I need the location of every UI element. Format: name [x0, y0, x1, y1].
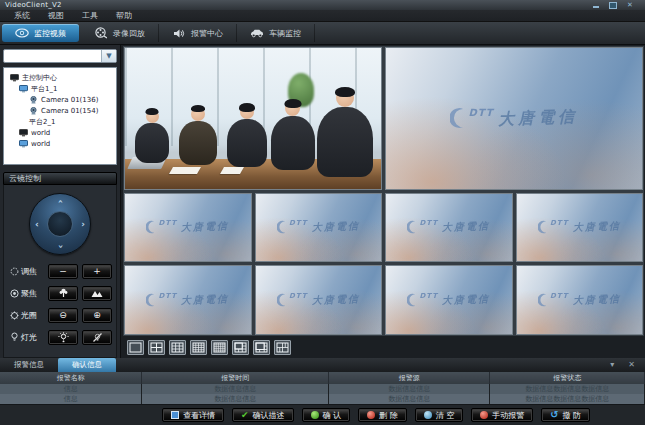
- light-on-button[interactable]: [48, 330, 78, 345]
- layout-1plus7-icon: [255, 342, 268, 353]
- tree-item-camera-154[interactable]: Camera 01(154): [6, 105, 114, 116]
- tree-item-camera-136[interactable]: Camera 01(136): [6, 94, 114, 105]
- close-panel-icon[interactable]: ✕: [628, 361, 635, 369]
- layout-6-button[interactable]: [274, 340, 291, 355]
- view-details-button[interactable]: 查看详情: [162, 408, 224, 422]
- layout-25-button[interactable]: [211, 340, 228, 355]
- crescent-icon: [407, 293, 417, 307]
- tab-playback[interactable]: 录像回放: [81, 24, 159, 42]
- cell-alarm-time: 数据信息信息: [142, 384, 329, 394]
- cell-alarm-name: 信息: [0, 384, 142, 394]
- ptz-panel-title: 云镜控制: [9, 173, 41, 184]
- tab-alarm-center[interactable]: 报警中心: [159, 24, 237, 42]
- video-tile-live[interactable]: [124, 47, 382, 190]
- focus-near-icon: [59, 288, 68, 298]
- video-tile[interactable]: DTT 大唐電信: [385, 265, 513, 335]
- tab-alarm-info[interactable]: 报警信息: [0, 358, 58, 372]
- maximize-icon[interactable]: [609, 2, 617, 9]
- layout-16-button[interactable]: [190, 340, 207, 355]
- menu-system[interactable]: 系统: [6, 10, 38, 21]
- confirm-button[interactable]: 确 认: [302, 408, 351, 422]
- layout-6-icon: [276, 342, 289, 353]
- minimize-icon[interactable]: [592, 2, 600, 9]
- pan-right-icon[interactable]: ›: [81, 220, 85, 229]
- ptz-panel: › › › › 调焦 − + 聚焦: [3, 185, 117, 358]
- datang-watermark: DTT 大唐電信: [125, 194, 251, 262]
- zoom-control-row: 调焦 − +: [10, 263, 112, 279]
- video-tile-logo[interactable]: DTT 大唐電信: [385, 47, 643, 190]
- pan-left-icon[interactable]: ›: [35, 220, 39, 229]
- light-off-icon: [92, 332, 103, 343]
- chevron-down-icon: ▼: [101, 50, 116, 62]
- manual-alarm-button[interactable]: 手动报警: [471, 408, 533, 422]
- layout-16-icon: [192, 342, 205, 353]
- focus-far-button[interactable]: [82, 286, 112, 301]
- titlebar: VideoClient_V2 ✕: [0, 0, 645, 10]
- video-tile[interactable]: DTT 大唐電信: [124, 193, 252, 263]
- video-tile[interactable]: DTT 大唐電信: [385, 193, 513, 263]
- layout-25-icon: [213, 342, 226, 353]
- focus-icon: [10, 289, 19, 298]
- iris-close-button[interactable]: ⊖: [48, 308, 78, 323]
- disarm-button[interactable]: ↺ 撤 防: [541, 408, 590, 422]
- cell-alarm-time: 数据信息信息: [142, 394, 329, 404]
- tree-item-label: world: [31, 140, 50, 148]
- focus-near-button[interactable]: [48, 286, 78, 301]
- tree-item-control-center[interactable]: 主控制中心: [6, 72, 114, 83]
- collapse-panel-icon[interactable]: ▾: [610, 361, 614, 369]
- menu-tools[interactable]: 工具: [74, 10, 106, 21]
- ptz-pad-center[interactable]: [47, 211, 73, 237]
- layout-1plus5-icon: [234, 342, 247, 353]
- video-tile[interactable]: DTT 大唐電信: [124, 265, 252, 335]
- col-alarm-name: 报警名称: [0, 372, 142, 384]
- menu-help[interactable]: 帮助: [108, 10, 140, 21]
- zoom-label: 调焦: [21, 266, 37, 277]
- alarm-table-row[interactable]: 信息 数据信息信息 数据信息信息 数据信息数据信息数据信息: [0, 394, 645, 404]
- layout-9-button[interactable]: [169, 340, 186, 355]
- person: [227, 105, 267, 167]
- layout-1-button[interactable]: [127, 340, 144, 355]
- tree-item-platform1[interactable]: 平台1_1: [6, 83, 114, 94]
- tree-item-label: 平台2_1: [29, 117, 55, 127]
- pan-up-icon[interactable]: ›: [56, 200, 65, 204]
- car-icon: [250, 28, 264, 39]
- tab-confirm-info[interactable]: 确认信息: [58, 358, 116, 372]
- tree-item-label: 主控制中心: [22, 73, 57, 83]
- zoom-out-button[interactable]: −: [48, 264, 78, 279]
- ptz-direction-pad[interactable]: › › › ›: [29, 193, 91, 255]
- window-controls: ✕: [592, 2, 640, 9]
- device-group-dropdown[interactable]: ▼: [3, 49, 117, 63]
- pan-down-icon[interactable]: ›: [56, 245, 65, 249]
- tab-live-video[interactable]: 监控视频: [2, 24, 79, 42]
- layout-4-button[interactable]: [148, 340, 165, 355]
- confirm-selected-button[interactable]: ✔ 确认描述: [232, 408, 294, 422]
- video-tile[interactable]: DTT 大唐電信: [516, 265, 644, 335]
- tree-item-world-1[interactable]: world: [6, 127, 114, 138]
- video-tile[interactable]: DTT 大唐電信: [516, 193, 644, 263]
- crescent-icon: [277, 293, 287, 307]
- zoom-in-button[interactable]: +: [82, 264, 112, 279]
- datang-watermark: DTT 大唐電信: [386, 194, 512, 262]
- disarm-icon: ↺: [550, 410, 558, 420]
- layout-1plus7-button[interactable]: [253, 340, 270, 355]
- datang-watermark: DTT 大唐電信: [125, 266, 251, 334]
- datang-watermark: DTT 大唐電信: [256, 194, 382, 262]
- tree-item-world-2[interactable]: world: [6, 138, 114, 149]
- datang-watermark: DTT 大唐電信: [517, 266, 643, 334]
- alarm-table-header: 报警名称 报警时间 报警源 报警状态: [0, 372, 645, 384]
- light-off-button[interactable]: [82, 330, 112, 345]
- delete-button[interactable]: 删 除: [358, 408, 407, 422]
- person: [317, 89, 373, 177]
- close-icon[interactable]: ✕: [626, 2, 634, 9]
- tab-vehicle-monitor[interactable]: 车辆监控: [237, 24, 315, 42]
- col-alarm-status: 报警状态: [490, 372, 645, 384]
- layout-1plus5-button[interactable]: [232, 340, 249, 355]
- iris-open-button[interactable]: ⊕: [82, 308, 112, 323]
- clear-icon: [424, 411, 432, 419]
- clear-button[interactable]: 清 空: [415, 408, 464, 422]
- menu-view[interactable]: 视图: [40, 10, 72, 21]
- tree-item-platform2[interactable]: 平台2_1: [6, 116, 114, 127]
- video-tile[interactable]: DTT 大唐電信: [255, 193, 383, 263]
- video-tile[interactable]: DTT 大唐電信: [255, 265, 383, 335]
- alarm-table-row[interactable]: 信息 数据信息信息 数据信息信息 数据信息数据信息数据信息: [0, 384, 645, 394]
